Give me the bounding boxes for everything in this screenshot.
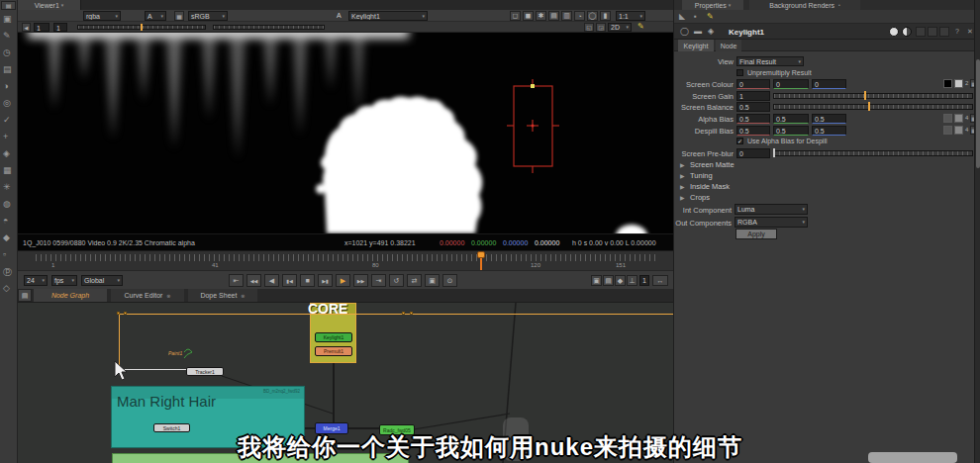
app-menu-icon[interactable]: ▤ <box>1 1 16 10</box>
screen-preblur-slider[interactable] <box>773 150 973 156</box>
tab-dope-sheet[interactable]: Dope Sheet ⊗ <box>188 289 257 302</box>
screen-gain-field[interactable]: 1 <box>736 91 770 101</box>
range-select[interactable]: Global▾ <box>81 275 123 286</box>
group-inside-mask[interactable]: Inside Mask <box>690 182 730 191</box>
viewer-process-select[interactable]: sRGB▾ <box>188 11 228 21</box>
unpremultiply-checkbox[interactable] <box>736 69 743 76</box>
group-arrow-icon[interactable]: ▶ <box>680 161 685 168</box>
close-icon[interactable]: ⊗ <box>241 293 245 299</box>
step-forward-button[interactable]: ▶▮ <box>318 274 333 287</box>
channel-select[interactable]: A▾ <box>145 11 166 21</box>
frame-range-button[interactable]: ▣ <box>425 274 440 287</box>
node-tracker[interactable]: Tracker1 <box>186 367 224 376</box>
alpha-bias-r-field[interactable]: 0.5 <box>736 114 770 124</box>
dock-icon[interactable]: ◣ <box>679 12 685 21</box>
screen-gain-slider[interactable] <box>773 93 973 99</box>
goto-end-button[interactable]: ⇥ <box>371 274 386 287</box>
fps-unit-select[interactable]: fps▾ <box>51 275 77 286</box>
toolbar-color-icon[interactable]: ◑ <box>3 81 8 91</box>
toolbar-toolsets-icon[interactable]: ▫ <box>3 249 6 259</box>
play-forward-button[interactable]: ▶ <box>336 274 350 287</box>
center-node-icon[interactable] <box>889 27 899 37</box>
play-backward-fast-button[interactable]: ◀◀ <box>246 274 261 287</box>
step-back-button[interactable]: ▮◀ <box>282 274 297 287</box>
gamma-toggle-icon[interactable]: ◼ <box>523 11 534 21</box>
close-icon[interactable]: ⊗ <box>166 293 170 299</box>
alpha-bias-g-field[interactable]: 0.5 <box>773 114 809 124</box>
toolbar-deep-icon[interactable]: ◍ <box>3 199 11 209</box>
alpha-bias-swatch[interactable] <box>943 114 952 123</box>
toolbar-particles-icon[interactable]: ✳ <box>3 182 11 192</box>
screen-colour-g-field[interactable]: 0 <box>773 79 809 89</box>
gain-field[interactable]: 1 <box>34 23 49 32</box>
tab-background-renders[interactable]: Background Renders • <box>749 0 860 10</box>
lock-playback-icon[interactable]: ▤ <box>603 275 614 286</box>
viewed-node-select[interactable]: Keylight1▾ <box>348 11 428 21</box>
selection-handle[interactable] <box>410 312 413 315</box>
help-icon[interactable]: ? <box>955 28 959 35</box>
toolbar-channel-icon[interactable]: ▤ <box>3 64 12 74</box>
pane-menu-icon[interactable]: ▤ <box>18 289 32 302</box>
alpha-bias-swatch2[interactable] <box>954 114 963 123</box>
checker-icon[interactable]: ▥ <box>561 11 572 21</box>
layer-select[interactable]: rgba▾ <box>83 11 121 21</box>
toolbar-draw-icon[interactable]: ✎ <box>3 31 11 41</box>
clipping-icon[interactable]: ◔ <box>574 11 585 21</box>
lock-range-icon[interactable]: ▣ <box>591 275 602 286</box>
fps-value-select[interactable]: 24▾ <box>24 275 48 286</box>
group-tuning[interactable]: Tuning <box>690 171 713 180</box>
despill-bias-g-field[interactable]: 0.5 <box>773 126 809 136</box>
toolbar-filter-icon[interactable]: ◎ <box>3 98 11 108</box>
sync-button[interactable]: ⊙ <box>442 274 457 287</box>
stop-button[interactable]: ■ <box>300 274 315 287</box>
screen-balance-field[interactable]: 0.5 <box>736 102 770 112</box>
colour-swatch[interactable] <box>943 79 952 88</box>
toolbar-views-icon[interactable]: ◓ <box>3 216 8 226</box>
anchor-icon[interactable]: ⊥ <box>627 275 637 286</box>
toolbar-time-icon[interactable]: ◷ <box>3 47 11 57</box>
tab-properties[interactable]: Properties▾ <box>682 0 743 10</box>
flip-icon[interactable]: ✱ <box>536 11 546 21</box>
node-premult[interactable]: Premult1 <box>315 346 352 356</box>
node-keylight[interactable]: Keylight1 <box>315 332 352 342</box>
node-color-icon[interactable]: ◈ <box>708 27 714 36</box>
toolbar-extra-icon[interactable]: ◇ <box>3 283 10 293</box>
viewer-image[interactable] <box>18 33 673 233</box>
pause-icon[interactable]: ▮ <box>600 11 611 21</box>
despill-bias-b-field[interactable]: 0.5 <box>812 126 846 136</box>
alpha-bias-b-field[interactable]: 0.5 <box>812 114 846 124</box>
toolbar-merge-icon[interactable]: + <box>3 132 8 141</box>
despill-bias-r-field[interactable]: 0.5 <box>736 126 770 136</box>
colour-wheel-swatch[interactable] <box>954 79 963 88</box>
despill-bias-swatch2[interactable] <box>954 126 963 135</box>
bounce-button[interactable]: ⇄ <box>407 274 422 287</box>
2d-3d-select[interactable]: 2D▾ <box>608 23 632 32</box>
pin-icon[interactable]: ▪ <box>694 12 697 21</box>
mask-icon[interactable] <box>928 27 937 37</box>
selection-handle[interactable] <box>124 312 127 315</box>
use-alpha-bias-checkbox[interactable]: ✓ <box>736 138 743 144</box>
tab-keylight[interactable]: Keylight <box>678 40 714 51</box>
frame-step-field[interactable]: 1 <box>639 275 649 286</box>
toolbar-3d-icon[interactable]: ▦ <box>3 165 12 175</box>
toolbar-metadata-icon[interactable]: ◆ <box>3 232 10 242</box>
tab-node-graph[interactable]: Node Graph <box>34 289 107 302</box>
properties-scrollbar[interactable] <box>974 0 980 463</box>
wipe-icon[interactable]: ▤ <box>548 11 559 21</box>
annotate-pencil-icon[interactable]: ✎ <box>637 22 644 31</box>
group-crops[interactable]: Crops <box>690 193 710 202</box>
gamma-slider[interactable] <box>213 25 325 30</box>
gain-slider-handle[interactable] <box>141 24 143 31</box>
playhead-handle[interactable] <box>477 251 485 258</box>
group-arrow-icon[interactable]: ▶ <box>680 172 685 179</box>
fit-range-button[interactable]: ↔ <box>652 275 668 286</box>
channels-icon[interactable] <box>916 27 926 37</box>
out-components-select[interactable]: RGBA▾ <box>735 217 808 228</box>
toolbar-image-icon[interactable]: ▣ <box>3 14 12 24</box>
tab-curve-editor[interactable]: Curve Editor ⊗ <box>111 289 184 302</box>
screen-colour-r-field[interactable]: 0 <box>736 79 770 89</box>
play-forward-fast-button[interactable]: ▶▶ <box>353 274 368 287</box>
play-backward-button[interactable]: ◀ <box>264 274 279 287</box>
view-select[interactable]: Final Result▾ <box>736 56 804 66</box>
roi-icon[interactable]: ◱ <box>584 23 594 32</box>
